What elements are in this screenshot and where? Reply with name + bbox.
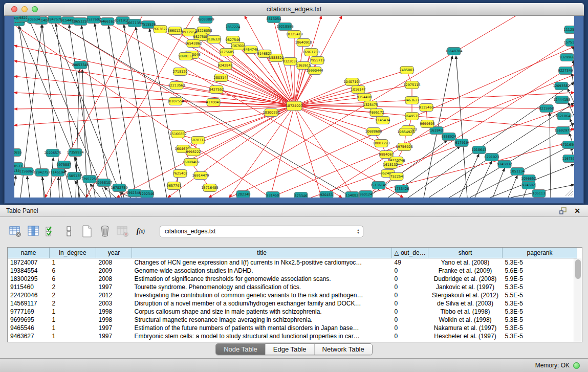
graph-node[interactable]: 1202348 [236, 191, 251, 198]
table-selector-dropdown[interactable]: citations_edges.txt ▲▼ [160, 226, 363, 237]
function-builder-button[interactable]: f(x) [134, 224, 148, 238]
table-cell[interactable]: 2012 [96, 291, 132, 299]
table-cell[interactable]: 2 [50, 291, 96, 299]
graph-node[interactable]: 8215958 [539, 105, 554, 113]
table-cell[interactable]: 1 [50, 324, 96, 332]
graph-node[interactable]: 9890112 [179, 53, 193, 60]
table-cell[interactable]: 9465546 [8, 324, 50, 332]
graph-node[interactable]: 1733426 [395, 185, 409, 193]
table-cell[interactable]: 9699695 [8, 316, 50, 324]
delete-table-button[interactable] [116, 224, 130, 238]
table-cell[interactable]: 0 [392, 283, 428, 291]
graph-node[interactable]: 10407194 [343, 78, 360, 86]
column-header-short[interactable]: short [428, 248, 503, 258]
graph-node[interactable]: 7485003 [400, 67, 415, 74]
table-mode-button[interactable] [8, 224, 23, 238]
graph-node[interactable]: 16961758 [302, 49, 319, 56]
graph-node[interactable]: 1145434 [376, 117, 390, 124]
table-cell[interactable]: 18300295 [8, 275, 50, 283]
citation-edge-red[interactable] [186, 56, 294, 106]
citation-edge-red[interactable] [294, 93, 574, 106]
citation-edge-black[interactable] [95, 24, 124, 198]
minimize-window-button[interactable] [21, 6, 28, 12]
graph-node[interactable]: 924502 [522, 182, 535, 189]
table-cell[interactable]: 0 [392, 267, 428, 275]
graph-node[interactable]: 7625402 [173, 170, 188, 178]
citation-edge-red[interactable] [294, 106, 381, 143]
close-window-button[interactable] [11, 6, 17, 12]
graph-node[interactable]: 1112528 [564, 26, 574, 34]
table-row[interactable]: 946362711997Embryonic stem cells: a mode… [8, 332, 577, 340]
citation-edge-black[interactable] [550, 113, 551, 198]
citation-edge-red[interactable] [180, 72, 294, 106]
graph-node[interactable]: 9649575 [405, 113, 420, 120]
column-header-year[interactable]: year [96, 248, 132, 258]
citation-edge-red[interactable] [294, 65, 303, 106]
table-row[interactable]: 1830029562008Estimation of significance … [8, 275, 577, 283]
table-row[interactable]: 2242004622012Investigating the contribut… [8, 291, 577, 299]
tab-edge-table[interactable]: Edge Table [265, 344, 314, 355]
table-scrollbar[interactable] [574, 258, 582, 342]
citation-edge-black[interactable] [429, 103, 574, 198]
citation-edge-black[interactable] [75, 181, 86, 198]
graph-node[interactable]: 154082 [345, 192, 359, 198]
graph-node[interactable]: 2718120 [173, 68, 188, 76]
graph-node[interactable]: 9975887 [57, 161, 72, 169]
graph-node[interactable]: 20053346 [72, 61, 89, 69]
graph-node[interactable]: 16543862 [185, 40, 202, 48]
graph-node[interactable]: 10958107 [95, 179, 112, 187]
graph-node[interactable]: 2520655 [14, 149, 21, 157]
graph-node[interactable]: 16648784 [445, 48, 462, 55]
tab-network-table[interactable]: Network Table [314, 344, 372, 355]
graph-node[interactable]: 9245032 [497, 161, 512, 168]
graph-node[interactable]: 8427552 [209, 86, 224, 94]
zoom-window-button[interactable] [32, 6, 38, 12]
graph-node[interactable]: 19756928 [396, 143, 412, 151]
table-row[interactable]: 1938455462009Genome-wide association stu… [8, 267, 577, 275]
graph-node[interactable]: 617919 [455, 139, 468, 147]
graph-node[interactable]: 1615132 [383, 161, 398, 169]
table-cell[interactable]: 2009 [96, 267, 132, 275]
graph-node[interactable]: 8813054 [267, 16, 281, 23]
close-panel-icon[interactable]: ✕ [573, 207, 582, 215]
table-row[interactable]: 911546021997Tourette syndrome. Phenomeno… [8, 283, 577, 291]
column-header-title[interactable]: title [132, 248, 392, 258]
table-cell[interactable]: 0 [392, 324, 428, 332]
citation-edge-red[interactable] [294, 106, 574, 129]
graph-node[interactable]: 12213563 [168, 82, 185, 90]
table-cell[interactable]: 1 [50, 316, 96, 324]
citation-edge-red[interactable] [294, 106, 321, 198]
citation-edge-black[interactable] [50, 158, 53, 198]
table-cell[interactable]: 19384554 [8, 267, 50, 275]
table-cell[interactable]: 5.3E-5 [503, 316, 577, 324]
graph-node[interactable]: 1505135 [67, 172, 82, 180]
table-cell[interactable]: 5.6E-5 [503, 267, 577, 275]
citation-edge-red[interactable] [192, 55, 294, 106]
citation-edge-red[interactable] [193, 43, 294, 106]
graph-node[interactable]: 18325419 [286, 31, 302, 38]
table-cell[interactable]: Genome-wide association studies in ADHD. [132, 267, 392, 275]
graph-node[interactable]: 1588520 [269, 54, 284, 62]
table-cell[interactable]: 0 [392, 308, 428, 316]
graph-node[interactable]: 18640910 [295, 39, 312, 47]
citation-edge-black[interactable] [108, 26, 136, 198]
resize-grip-icon[interactable] [571, 193, 573, 196]
table-cell[interactable]: 0 [392, 291, 428, 299]
graph-node[interactable]: 9227349 [558, 67, 573, 75]
graph-node[interactable]: 9175685 [220, 49, 234, 56]
graph-node[interactable]: 8186328 [207, 36, 222, 43]
table-cell[interactable]: Jankovic et al. (1997) [428, 283, 503, 291]
table-scrollbar-thumb[interactable] [575, 259, 581, 279]
table-cell[interactable]: Wolkin et al. (1998) [428, 316, 503, 324]
table-cell[interactable]: 5.3E-5 [503, 332, 577, 340]
graph-node[interactable]: 9242848 [218, 62, 233, 70]
citation-edge-black[interactable] [573, 60, 574, 73]
graph-node[interactable]: 9463627 [405, 97, 420, 104]
table-cell[interactable]: 5.3E-5 [503, 283, 577, 291]
table-cell[interactable]: 2008 [96, 258, 132, 267]
graph-node[interactable]: 12444158 [553, 96, 570, 104]
table-cell[interactable]: 2 [50, 283, 96, 291]
table-cell[interactable]: Dudbridge et al. (2008) [428, 275, 503, 283]
table-cell[interactable]: 1 [50, 308, 96, 316]
create-column-button[interactable] [80, 224, 94, 238]
